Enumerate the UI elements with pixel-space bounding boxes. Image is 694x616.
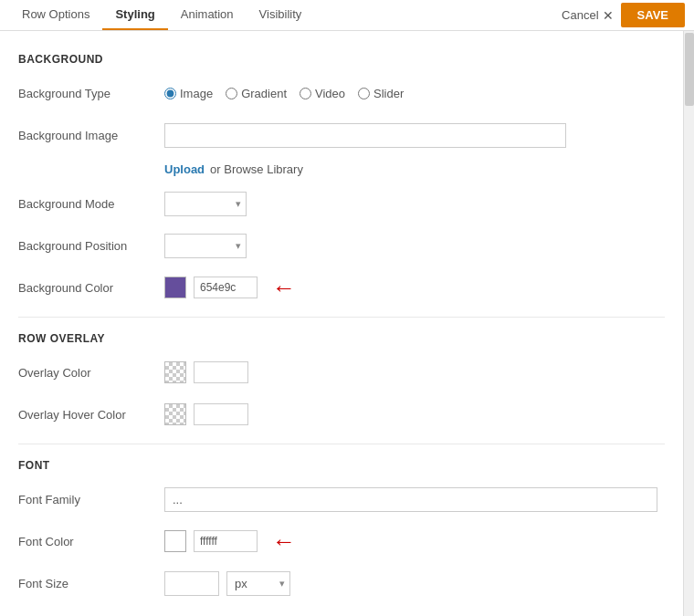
tab-bar: Row Options Styling Animation Visibility… [0, 0, 694, 31]
radio-video-label: Video [315, 87, 345, 100]
background-mode-select[interactable] [164, 192, 247, 216]
tab-actions: Cancel ✕ SAVE [562, 3, 685, 27]
background-color-swatch[interactable] [164, 277, 186, 298]
radio-gradient-label: Gradient [241, 87, 287, 100]
font-family-input[interactable] [164, 487, 657, 512]
overlay-hover-color-input[interactable] [194, 403, 248, 425]
scrollbar-thumb[interactable] [685, 33, 694, 106]
radio-video-input[interactable] [300, 88, 311, 99]
background-color-control: ← [164, 276, 665, 299]
cancel-button[interactable]: Cancel ✕ [562, 8, 613, 23]
divider-overlay [18, 317, 665, 318]
background-image-input[interactable] [164, 123, 566, 148]
scrollbar-track[interactable] [683, 31, 694, 616]
radio-image-input[interactable] [164, 88, 176, 99]
background-image-control [164, 123, 665, 148]
font-color-row: Font Color ← [18, 527, 665, 556]
font-size-label: Font Size [18, 577, 164, 590]
main-content: BACKGROUND Background Type Image Gradien… [0, 31, 694, 616]
font-family-label: Font Family [18, 493, 164, 506]
background-color-label: Background Color [18, 281, 164, 295]
background-color-arrow: ← [272, 276, 296, 299]
overlay-hover-color-control [164, 403, 665, 425]
radio-image[interactable]: Image [164, 87, 213, 100]
font-color-arrow: ← [272, 529, 296, 553]
font-size-unit-wrapper: px [226, 571, 290, 596]
font-section-title: FONT [18, 459, 665, 472]
browse-library-text: or Browse Library [210, 162, 303, 176]
upload-link[interactable]: Upload [164, 162, 205, 176]
radio-slider-label: Slider [373, 87, 404, 100]
background-section-title: BACKGROUND [18, 53, 665, 66]
background-color-input[interactable] [194, 277, 258, 298]
font-size-control: px [164, 571, 665, 596]
styling-panel: BACKGROUND Background Type Image Gradien… [0, 31, 683, 616]
font-size-input[interactable] [164, 571, 219, 596]
font-family-control [164, 487, 665, 512]
background-position-control [164, 234, 665, 258]
radio-slider-input[interactable] [358, 88, 370, 99]
background-mode-label: Background Mode [18, 197, 164, 211]
font-color-label: Font Color [18, 535, 164, 548]
background-type-label: Background Type [18, 87, 164, 100]
overlay-hover-color-label: Overlay Hover Color [18, 408, 164, 422]
radio-video[interactable]: Video [300, 87, 345, 100]
background-mode-row: Background Mode [18, 189, 665, 218]
tab-styling[interactable]: Styling [102, 0, 167, 30]
cancel-icon: ✕ [603, 8, 614, 23]
overlay-section-title: ROW OVERLAY [18, 332, 665, 345]
background-mode-select-wrapper [164, 192, 247, 216]
background-image-label: Background Image [18, 129, 164, 142]
overlay-color-swatch[interactable] [164, 361, 186, 383]
overlay-color-input[interactable] [194, 361, 248, 383]
background-type-row: Background Type Image Gradient Video Sli… [18, 78, 665, 108]
overlay-color-control [164, 361, 665, 383]
background-position-select[interactable] [164, 234, 247, 258]
save-button[interactable]: SAVE [621, 3, 685, 27]
overlay-color-label: Overlay Color [18, 366, 164, 380]
overlay-color-row: Overlay Color [18, 358, 665, 387]
cancel-label: Cancel [562, 8, 598, 22]
radio-gradient[interactable]: Gradient [226, 87, 287, 100]
background-position-label: Background Position [18, 239, 164, 253]
radio-slider[interactable]: Slider [358, 87, 404, 100]
font-color-input[interactable] [194, 530, 258, 552]
divider-font [18, 444, 665, 444]
font-family-row: Font Family [18, 485, 665, 514]
background-type-control: Image Gradient Video Slider [164, 87, 665, 100]
background-mode-control [164, 192, 665, 216]
background-position-row: Background Position [18, 231, 665, 260]
tab-animation[interactable]: Animation [168, 0, 247, 30]
tab-row-options[interactable]: Row Options [9, 0, 102, 30]
background-position-select-wrapper [164, 234, 247, 258]
overlay-hover-color-row: Overlay Hover Color [18, 400, 665, 429]
radio-gradient-input[interactable] [226, 88, 237, 99]
background-image-row: Background Image [18, 120, 665, 150]
tab-visibility[interactable]: Visibility [247, 0, 315, 30]
overlay-hover-color-swatch[interactable] [164, 403, 186, 425]
font-size-unit-select[interactable]: px [226, 571, 290, 596]
font-color-control: ← [164, 529, 665, 553]
radio-image-label: Image [180, 87, 213, 100]
font-color-swatch[interactable] [164, 530, 186, 552]
upload-row: Upload or Browse Library [18, 162, 665, 176]
background-color-row: Background Color ← [18, 273, 665, 302]
font-size-row: Font Size px [18, 569, 665, 598]
